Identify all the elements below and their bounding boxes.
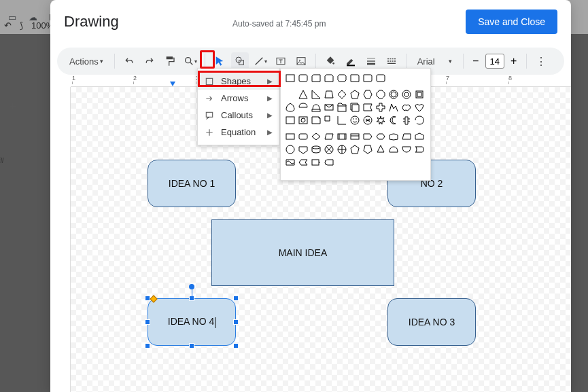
undo-button[interactable] [120,52,138,70]
equation-icon [205,128,214,137]
shape-idea-3[interactable]: IDEA NO 3 [387,298,476,346]
shape-option[interactable] [414,144,425,155]
resize-handle-rm[interactable] [233,319,239,325]
decrease-fontsize-button[interactable]: − [469,55,483,67]
menu-item-equation[interactable]: Equation ▶ [198,124,279,141]
shape-option[interactable] [414,115,425,126]
shape-option[interactable] [298,115,309,126]
shape-category-menu: Shapes ▶ Arrows ▶ Callouts ▶ Equation ▶ [197,68,280,145]
shape-option[interactable] [311,102,322,113]
shape-option[interactable] [401,115,412,126]
shape-option[interactable] [324,73,334,84]
shape-option[interactable] [285,102,296,113]
shape-option[interactable] [414,131,425,142]
shape-option[interactable] [285,157,296,168]
corner-radius-handle[interactable] [150,295,157,302]
svg-rect-10 [286,75,294,82]
resize-handle-lm[interactable] [145,319,150,325]
shape-option[interactable] [298,73,309,84]
shape-option[interactable] [375,131,386,142]
shape-option[interactable] [362,89,373,100]
shape-option[interactable] [324,131,334,142]
shape-option[interactable] [285,115,296,126]
menu-item-shapes[interactable]: Shapes ▶ [198,73,279,90]
save-and-close-button[interactable]: Save and Close [466,10,557,34]
resize-handle-bl[interactable] [145,343,150,349]
shape-option[interactable] [414,102,425,113]
shape-idea-1[interactable]: IDEA NO 1 [148,160,236,207]
shape-option[interactable] [375,115,386,126]
resize-handle-bm[interactable] [189,343,194,349]
shape-option[interactable] [362,131,373,142]
shape-option[interactable] [362,73,373,84]
shape-option[interactable] [336,73,347,84]
shape-option[interactable] [375,89,386,100]
shape-option[interactable] [285,144,296,155]
shape-option[interactable] [349,131,360,142]
font-family-select[interactable]: Arial▾ [412,55,457,68]
shape-option[interactable] [401,102,412,113]
shape-option[interactable] [311,144,322,155]
resize-handle-tr[interactable] [233,296,239,301]
resize-handle-tm[interactable] [189,296,194,301]
shape-option[interactable] [298,144,309,155]
shape-option[interactable] [324,102,334,113]
shape-option[interactable] [388,144,399,155]
shape-option[interactable] [401,89,412,100]
shape-option[interactable] [285,73,296,84]
shape-option[interactable] [388,89,399,100]
shape-option[interactable] [375,102,386,113]
shape-option[interactable] [336,115,347,126]
actions-menu-button[interactable]: Actions▾ [64,54,109,69]
shape-option[interactable] [324,144,334,155]
shape-option[interactable] [401,144,412,155]
menu-item-arrows[interactable]: Arrows ▶ [198,90,279,107]
rotate-handle[interactable] [189,284,194,289]
ruler-indent-marker[interactable] [170,82,175,86]
shape-option[interactable] [401,131,412,142]
shape-option[interactable] [362,144,373,155]
shape-option[interactable] [311,115,322,126]
zoom-button[interactable]: ▾ [181,52,199,70]
shape-option[interactable] [324,115,334,126]
shape-option[interactable] [336,131,347,142]
paint-format-button[interactable] [161,52,179,70]
shape-option[interactable] [349,115,360,126]
shape-option[interactable] [388,102,399,113]
redo-button[interactable] [141,52,158,70]
shape-option[interactable] [336,102,347,113]
menu-item-callouts[interactable]: Callouts ▶ [198,107,279,124]
shape-option[interactable] [375,73,386,84]
shape-option[interactable] [349,73,360,84]
shape-option[interactable] [349,144,360,155]
shape-option[interactable] [285,89,296,100]
shape-option[interactable] [349,102,360,113]
shape-option[interactable] [311,157,322,168]
shape-option[interactable] [336,89,347,100]
shape-option[interactable] [298,157,309,168]
shape-main-idea[interactable]: MAIN IDEA [211,219,394,286]
shape-option[interactable] [298,102,309,113]
shape-option[interactable] [311,89,322,100]
shape-option[interactable] [349,89,360,100]
resize-handle-br[interactable] [233,343,239,349]
shape-option[interactable] [298,89,309,100]
shape-idea-4-selected[interactable]: IDEA NO 4 [148,298,236,346]
shape-option[interactable] [324,157,334,168]
fontsize-input[interactable] [485,54,504,69]
shape-option[interactable] [324,89,334,100]
shape-option[interactable] [388,115,399,126]
shape-option[interactable] [311,131,322,142]
shape-option[interactable] [375,144,386,155]
increase-fontsize-button[interactable]: + [507,55,521,67]
shape-option[interactable] [298,131,309,142]
svg-rect-30 [299,134,307,139]
shape-option[interactable] [414,89,425,100]
shape-option[interactable] [285,131,296,142]
shape-option[interactable] [388,131,399,142]
shape-option[interactable] [311,73,322,84]
shape-option[interactable] [362,102,373,113]
shape-option[interactable] [362,115,373,126]
shape-option[interactable] [336,144,347,155]
more-options-button[interactable]: ⋮ [532,52,550,70]
